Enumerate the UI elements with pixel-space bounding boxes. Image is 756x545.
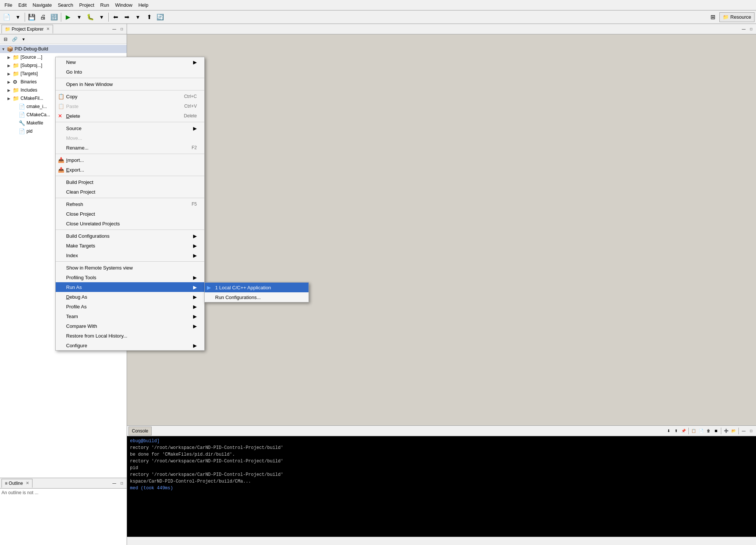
menu-source[interactable]: Source ▶ [56,123,204,133]
menu-clean-project-label: Clean Project [66,189,95,195]
menu-delete[interactable]: ✕ Delete Delete [56,111,204,121]
nav-dropdown[interactable]: ▾ [133,12,143,22]
terminal-paste[interactable]: 📄 [698,428,704,434]
terminal-pin[interactable]: 📌 [680,428,687,434]
menu-restore-history[interactable]: Restore from Local History... [56,331,204,341]
project-explorer-close[interactable]: ✕ [46,27,50,31]
menu-project[interactable]: Project [76,1,97,9]
print-button[interactable]: 🖨 [38,12,48,22]
terminal-clear[interactable]: 🗑 [705,428,712,434]
back-button[interactable]: ⬅ [110,12,121,22]
run-button[interactable]: ▶ [63,12,73,22]
menu-team[interactable]: Team ▶ [56,311,204,321]
menu-profiling-tools[interactable]: Profiling Tools ▶ [56,272,204,282]
project-explorer-icon: 📁 [5,27,10,32]
menu-compare-with-label: Compare With [66,323,97,329]
menu-close-unrelated[interactable]: Close Unrelated Projects [56,219,204,228]
terminal-line-4: rectory '/root/workspace/CarND-PID-Contr… [130,458,753,465]
outline-maximize[interactable]: □ [118,480,125,487]
menu-export[interactable]: 📤 Export... [56,165,204,175]
menu-configure[interactable]: Configure ▶ [56,341,204,350]
outline-close[interactable]: ✕ [26,481,29,486]
outline-panel-controls: — □ [111,480,125,487]
refresh-btn[interactable]: 🔄 [155,12,165,22]
menu-open-new-window[interactable]: Open in New Window [56,79,204,89]
new-button[interactable]: 📄 [1,12,12,22]
editor-maximize[interactable]: □ [748,26,755,33]
forward-button[interactable]: ➡ [121,12,132,22]
toolbar: 📄 ▾ 💾 🖨 🔢 ▶ ▾ 🐛 ▾ ⬅ ➡ ▾ ⬆ 🔄 ⊞ 📁 Resource [0,10,756,24]
terminal-open[interactable]: 📂 [730,428,737,434]
terminal-maximize[interactable]: □ [748,428,755,434]
delete-shortcut: Delete [176,113,197,118]
menu-window[interactable]: Window [112,1,135,9]
debug-button[interactable]: 🐛 [85,12,96,22]
menu-refresh[interactable]: Refresh F5 [56,199,204,209]
menu-new[interactable]: New ▶ [56,57,204,67]
menu-refresh-label: Refresh [66,201,83,207]
open-perspective-button[interactable]: ⊞ [707,12,718,22]
menu-build-project[interactable]: Build Project [56,177,204,187]
menu-copy[interactable]: 📋 Copy Ctrl+C [56,92,204,101]
up-button[interactable]: ⬆ [144,12,154,22]
build-config-arrow: ▶ [189,233,197,239]
terminal-sep3 [738,428,739,434]
outline-minimize[interactable]: — [111,480,118,487]
tab-project-explorer[interactable]: 📁 Project Explorer ✕ [1,25,53,34]
terminal-copy[interactable]: 📋 [690,428,697,434]
tab-terminal[interactable]: Console [128,427,152,435]
terminal-down[interactable]: ⬇ [665,428,672,434]
menu-clean-project[interactable]: Clean Project [56,187,204,197]
view-menu-button[interactable]: ▾ [19,35,28,43]
menu-index[interactable]: Index ▶ [56,250,204,260]
outline-content: An outline is not ... [0,489,127,545]
menu-show-remote[interactable]: Show in Remote Systems view [56,263,204,272]
menu-import[interactable]: 📥 Import... [56,155,204,165]
menu-paste-label: Paste [66,104,78,109]
minimize-button[interactable]: — [111,26,118,33]
tree-root[interactable]: ▼ 📦 PID-Debug-Build [0,45,127,53]
source-arrow: ▶ [7,55,13,59]
debug-as-arrow: ▶ [189,294,197,300]
menu-run-configurations[interactable]: Run Configurations... [205,292,309,302]
run-dropdown[interactable]: ▾ [74,12,84,22]
includes-arrow: ▶ [7,88,13,92]
menu-edit[interactable]: Edit [15,1,30,9]
menu-profile-as[interactable]: Profile As ▶ [56,302,204,311]
menu-local-cpp[interactable]: ▶ 1 Local C/C++ Application [205,283,309,292]
menu-rename-label: Rename... [66,145,89,151]
menu-make-targets[interactable]: Make Targets ▶ [56,241,204,250]
tab-outline[interactable]: ≡ Outline ✕ [1,479,32,488]
properties-button[interactable]: 🔢 [49,12,59,22]
maximize-button[interactable]: □ [118,26,125,33]
binaries-arrow: ▶ [7,80,13,84]
terminal-stop[interactable]: ⏹ [713,428,719,434]
perspective-resource[interactable]: 📁 Resource [719,12,755,22]
menu-file[interactable]: File [1,1,15,9]
menu-make-targets-label: Make Targets [66,243,95,249]
new-dropdown[interactable]: ▾ [13,12,23,22]
collapse-all-button[interactable]: ⊟ [1,35,10,43]
menu-search[interactable]: Search [55,1,76,9]
menu-close-project[interactable]: Close Project [56,209,204,219]
menu-compare-with[interactable]: Compare With ▶ [56,321,204,331]
terminal-up[interactable]: ⬆ [673,428,679,434]
editor-minimize[interactable]: — [740,26,747,33]
link-editor-button[interactable]: 🔗 [10,35,19,43]
explorer-toolbar: ⊟ 🔗 ▾ [0,34,127,44]
menu-help[interactable]: Help [135,1,151,9]
menu-run-as[interactable]: Run As ▶ ▶ 1 Local C/C++ Application Run… [56,282,204,292]
menu-source-label: Source [66,126,81,131]
terminal-line-5: pid [130,465,753,471]
menu-build-configurations[interactable]: Build Configurations ▶ [56,231,204,241]
menu-run[interactable]: Run [97,1,112,9]
root-icon: 📦 [7,46,13,52]
menu-debug-as[interactable]: Debug As ▶ [56,292,204,302]
terminal-minimize[interactable]: — [740,428,747,434]
terminal-new[interactable]: ➕ [723,428,729,434]
debug-dropdown[interactable]: ▾ [96,12,107,22]
menu-navigate[interactable]: Navigate [30,1,55,9]
menu-rename[interactable]: Rename... F2 [56,143,204,153]
save-button[interactable]: 💾 [27,12,37,22]
menu-go-into[interactable]: Go Into [56,67,204,77]
